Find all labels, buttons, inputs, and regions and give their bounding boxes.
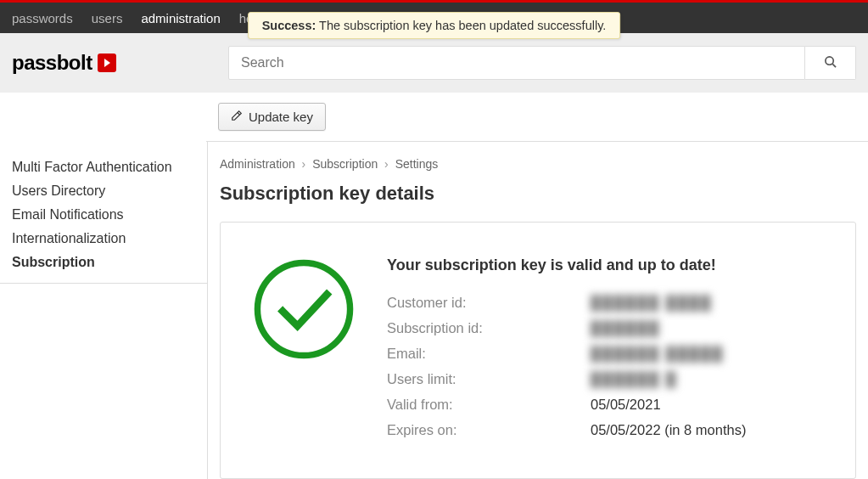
value-users-limit: ██████ █ bbox=[591, 371, 677, 387]
logo-text: passbolt bbox=[12, 51, 92, 75]
svg-point-3 bbox=[257, 262, 350, 355]
header-bar: passbolt bbox=[0, 33, 868, 93]
nav-passwords[interactable]: passwords bbox=[12, 11, 73, 25]
valid-message: Your subscription key is valid and up to… bbox=[387, 256, 825, 274]
value-valid-from: 05/05/2021 bbox=[591, 397, 661, 413]
label-valid-from: Valid from: bbox=[387, 397, 591, 413]
content: Administration › Subscription › Settings… bbox=[208, 142, 868, 479]
row-valid-from: Valid from: 05/05/2021 bbox=[387, 397, 825, 413]
row-customer-id: Customer id: ██████ ████ bbox=[387, 295, 825, 311]
subscription-card: Your subscription key is valid and up to… bbox=[220, 222, 856, 479]
action-bar: Update key bbox=[206, 93, 868, 142]
sidebar-divider bbox=[0, 283, 207, 284]
nav-users[interactable]: users bbox=[92, 11, 123, 25]
page-title: Subscription key details bbox=[220, 183, 856, 205]
sidebar-item-subscription[interactable]: Subscription bbox=[0, 251, 207, 274]
search-button[interactable] bbox=[805, 46, 856, 80]
success-notice: Success: The subscription key has been u… bbox=[248, 12, 621, 39]
sidebar: Multi Factor Authentication Users Direct… bbox=[0, 142, 208, 479]
breadcrumb-subscription[interactable]: Subscription bbox=[312, 157, 378, 171]
sidebar-item-mfa[interactable]: Multi Factor Authentication bbox=[0, 155, 207, 179]
svg-line-1 bbox=[832, 64, 836, 67]
value-customer-id: ██████ ████ bbox=[591, 295, 713, 311]
svg-line-2 bbox=[238, 113, 240, 116]
logo[interactable]: passbolt bbox=[12, 51, 116, 75]
update-key-label: Update key bbox=[249, 110, 313, 124]
row-subscription-id: Subscription id: ██████ bbox=[387, 320, 825, 336]
breadcrumb-separator: › bbox=[302, 157, 306, 171]
label-subscription-id: Subscription id: bbox=[387, 320, 591, 336]
check-circle-icon bbox=[251, 256, 356, 364]
search-icon bbox=[824, 55, 837, 70]
nav-administration[interactable]: administration bbox=[141, 11, 220, 25]
logo-mark-icon bbox=[98, 54, 116, 72]
row-email: Email: ██████ █████ bbox=[387, 346, 825, 362]
row-users-limit: Users limit: ██████ █ bbox=[387, 371, 825, 387]
success-label: Success: bbox=[262, 19, 316, 32]
value-email: ██████ █████ bbox=[591, 346, 724, 362]
label-email: Email: bbox=[387, 346, 591, 362]
success-message: The subscription key has been updated su… bbox=[316, 19, 606, 32]
breadcrumb-separator: › bbox=[384, 157, 389, 171]
value-expires-on: 05/05/2022 (in 8 months) bbox=[591, 422, 746, 438]
label-users-limit: Users limit: bbox=[387, 371, 591, 387]
search-input[interactable] bbox=[228, 46, 805, 80]
breadcrumb-settings: Settings bbox=[395, 157, 439, 171]
update-key-button[interactable]: Update key bbox=[218, 103, 326, 131]
sidebar-item-email-notifications[interactable]: Email Notifications bbox=[0, 203, 207, 227]
value-subscription-id: ██████ bbox=[591, 320, 660, 336]
sidebar-item-users-directory[interactable]: Users Directory bbox=[0, 179, 207, 203]
breadcrumb: Administration › Subscription › Settings bbox=[220, 154, 856, 183]
breadcrumb-administration[interactable]: Administration bbox=[220, 157, 295, 171]
edit-icon bbox=[231, 110, 243, 124]
label-customer-id: Customer id: bbox=[387, 295, 591, 311]
row-expires-on: Expires on: 05/05/2022 (in 8 months) bbox=[387, 422, 825, 438]
label-expires-on: Expires on: bbox=[387, 422, 591, 438]
svg-point-0 bbox=[826, 57, 833, 65]
sidebar-item-internationalization[interactable]: Internationalization bbox=[0, 227, 207, 251]
